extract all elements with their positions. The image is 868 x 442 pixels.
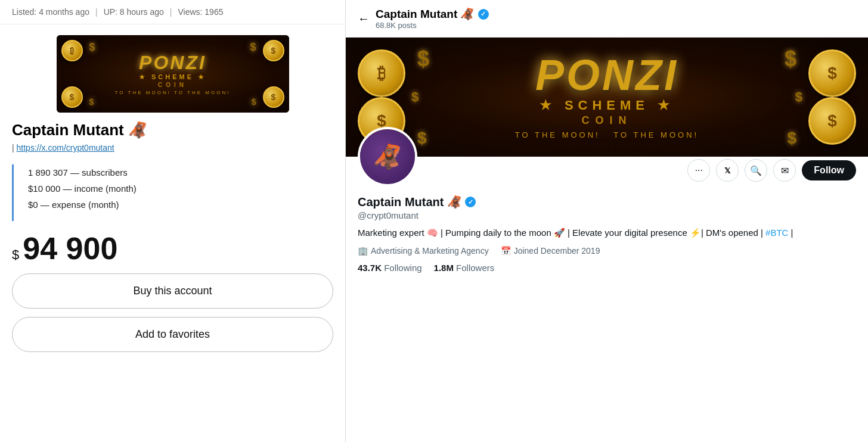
- grok-button[interactable]: 𝕏: [716, 159, 739, 182]
- follow-stats: 43.7K Following 1.8M Followers: [358, 263, 856, 273]
- followers-label: Followers: [456, 263, 494, 273]
- account-title-section: Captain Mutant 🦧 | https://x.com/crypt0m…: [0, 121, 345, 164]
- buy-account-button[interactable]: Buy this account: [12, 273, 333, 309]
- search-profile-button[interactable]: 🔍: [745, 159, 767, 182]
- agency-label: Advertising & Marketing Agency: [371, 246, 489, 256]
- following-label: Following: [384, 263, 421, 273]
- profile-avatar: 🦧: [358, 127, 417, 186]
- right-panel: ← Captain Mutant 🦧 ✓ 68.8K posts ₿ $ $ $…: [346, 0, 868, 442]
- agency-icon: 🏢: [358, 246, 368, 256]
- ponzi-text-small: PONZI ★ SCHEME ★ COIN TO THE MOON! TO TH…: [115, 53, 231, 95]
- link-prefix: |: [12, 143, 14, 152]
- more-icon: ···: [695, 165, 703, 176]
- header-username: Captain Mutant 🦧 ✓: [376, 7, 489, 21]
- deco-coin-tl: ₿: [61, 40, 83, 61]
- followers-count: 1.8M: [434, 263, 454, 273]
- banner-deco-1: $: [417, 46, 429, 71]
- deco-coin-bl: $: [61, 86, 83, 108]
- account-banner-small: ₿ $ $ $ $ $ $ $ PONZI ★ SCHEME ★ COIN TO…: [57, 35, 289, 113]
- banner-deco-2: $: [785, 46, 796, 71]
- deco-coin-br: $: [263, 86, 284, 108]
- deco-dollar-3: $: [89, 97, 94, 107]
- joined-label: Joined December 2019: [514, 246, 600, 256]
- account-link[interactable]: https://x.com/crypt0mutant: [17, 143, 114, 152]
- deco-dollar-2: $: [250, 41, 256, 54]
- stats-section: 1 890 307 — subscribers $10 000 — income…: [12, 164, 333, 221]
- banner-title: PONZI: [515, 55, 699, 95]
- profile-handle: @crypt0mutant: [358, 210, 856, 220]
- profile-info: Captain Mutant 🦧 ✓ @crypt0mutant Marketi…: [346, 186, 868, 279]
- following-count: 43.7K: [358, 263, 382, 273]
- listing-meta: Listed: 4 months ago | UP: 8 hours ago |…: [0, 0, 345, 24]
- banner-deco-6: $: [795, 89, 802, 105]
- ponzi-title-small: PONZI: [115, 53, 231, 72]
- ponzi-scheme-label: ★ SCHEME ★: [115, 73, 231, 81]
- meta-joined: 📅 Joined December 2019: [501, 246, 600, 256]
- profile-bio: Marketing expert 🧠 | Pumping daily to th…: [358, 226, 856, 240]
- ponzi-moon-small: TO THE MOON! TO THE MOON!: [115, 90, 231, 95]
- calendar-icon: 📅: [501, 246, 511, 256]
- profile-action-row: ··· 𝕏 🔍 ✉ Follow: [687, 159, 856, 186]
- message-button[interactable]: ✉: [773, 159, 796, 182]
- back-arrow-icon[interactable]: ←: [358, 12, 370, 26]
- header-title-block: Captain Mutant 🦧 ✓ 68.8K posts: [376, 7, 489, 30]
- followers-stat[interactable]: 1.8M Followers: [434, 263, 495, 273]
- grok-icon: 𝕏: [724, 166, 730, 175]
- search-icon: 🔍: [750, 165, 762, 176]
- add-favorites-button[interactable]: Add to favorites: [12, 317, 333, 352]
- profile-display-name: Captain Mutant 🦧 ✓: [358, 195, 856, 209]
- profile-meta: 🏢 Advertising & Marketing Agency 📅 Joine…: [358, 246, 856, 256]
- header-post-count: 68.8K posts: [376, 21, 489, 30]
- avatar-and-actions: 🦧 ··· 𝕏 🔍 ✉ Follow: [346, 127, 868, 186]
- following-stat[interactable]: 43.7K Following: [358, 263, 422, 273]
- banner-coin-text: COIN: [515, 114, 699, 127]
- account-name: Captain Mutant 🦧: [12, 121, 333, 139]
- action-buttons: Buy this account Add to favorites: [0, 273, 345, 352]
- profile-name-text: Captain Mutant 🦧: [358, 195, 462, 209]
- ponzi-coin-label: COIN: [115, 82, 231, 88]
- follow-button[interactable]: Follow: [802, 160, 856, 180]
- sep2: |: [170, 7, 172, 17]
- account-image-container: ₿ $ $ $ $ $ $ $ PONZI ★ SCHEME ★ COIN TO…: [0, 24, 345, 121]
- deco-dollar-1: $: [89, 41, 95, 54]
- stat-subscribers: 1 890 307 — subscribers: [28, 164, 321, 180]
- banner-coin-tl: ₿: [358, 49, 405, 97]
- meta-agency: 🏢 Advertising & Marketing Agency: [358, 246, 489, 256]
- header-verified-badge: ✓: [478, 9, 489, 20]
- banner-coin-tr: $: [808, 49, 856, 97]
- more-options-button[interactable]: ···: [687, 159, 710, 182]
- banner-deco-5: $: [411, 89, 418, 105]
- header-name-text: Captain Mutant 🦧: [376, 7, 475, 21]
- account-link-row: | https://x.com/crypt0mutant: [12, 143, 333, 152]
- profile-verified-badge: ✓: [465, 197, 476, 207]
- price-dollar-sign: $: [12, 247, 19, 263]
- sep1: |: [95, 7, 98, 17]
- stat-income: $10 000 — income (month): [28, 180, 321, 197]
- deco-coin-tr: $: [263, 40, 284, 61]
- avatar-image: 🦧: [360, 129, 415, 184]
- twitter-header: ← Captain Mutant 🦧 ✓ 68.8K posts: [346, 0, 868, 38]
- left-panel: Listed: 4 months ago | UP: 8 hours ago |…: [0, 0, 346, 442]
- listed-date: Listed: 4 months ago: [12, 7, 89, 17]
- up-time: UP: 8 hours ago: [104, 7, 164, 17]
- views: Views: 1965: [178, 7, 223, 17]
- price-section: $ 94 900: [0, 229, 345, 273]
- price-amount: 94 900: [23, 233, 117, 264]
- banner-scheme: ★ SCHEME ★: [515, 98, 699, 113]
- hashtag-btc[interactable]: #BTC: [765, 228, 788, 238]
- mail-icon: ✉: [781, 165, 789, 176]
- deco-dollar-4: $: [252, 97, 256, 107]
- stat-expense: $0 — expense (month): [28, 197, 321, 213]
